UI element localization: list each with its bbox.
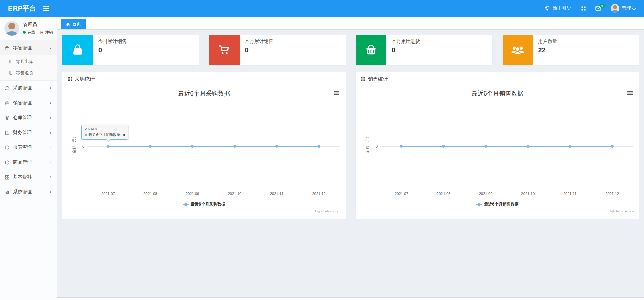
- chevron-left-icon: [49, 86, 52, 90]
- y-axis-title: 金额（元）: [72, 140, 77, 153]
- fullscreen-button[interactable]: [581, 6, 586, 11]
- pie-chart-icon: [5, 145, 10, 150]
- x-axis-label: 2021-09: [472, 192, 499, 196]
- data-point-marker[interactable]: [442, 145, 445, 148]
- x-axis-line: [380, 188, 633, 188]
- sidebar-item-sales[interactable]: 销售管理: [0, 96, 57, 110]
- sidebar-item-label: 商品管理: [13, 159, 32, 165]
- data-point-marker[interactable]: [275, 145, 278, 148]
- sidebar-item-label: 财务管理: [13, 130, 32, 136]
- cart-icon: [209, 35, 240, 65]
- sidebar-item-label: 销售管理: [13, 100, 32, 106]
- chevron-left-icon: [49, 161, 52, 164]
- logout-link[interactable]: 注销: [39, 30, 53, 35]
- messages-button[interactable]: 0: [595, 6, 601, 11]
- series-line: [401, 146, 612, 147]
- sidebar-item-retail-outbound[interactable]: 零售出库: [0, 56, 57, 67]
- stat-label: 本月累计进货: [392, 38, 420, 45]
- guide-menu-item[interactable]: 新手引导: [545, 5, 571, 11]
- data-point-marker[interactable]: [149, 145, 152, 148]
- avatar: [4, 21, 19, 36]
- chart-credits-link[interactable]: Highcharts.com.cn: [315, 210, 340, 213]
- sidebar-item-label: 零售退货: [16, 70, 33, 76]
- panel-purchase-stats: 采购统计 最近6个月采购数据金额（元）02021-072021-082021-0…: [62, 72, 346, 219]
- sidebar-item-retail[interactable]: 零售管理: [0, 40, 57, 55]
- data-point-marker[interactable]: [527, 145, 529, 148]
- journal-icon: [9, 71, 13, 75]
- y-axis-tick-label: 0: [370, 144, 378, 148]
- chevron-left-icon: [49, 190, 52, 194]
- sidebar-item-products[interactable]: 商品管理: [0, 155, 57, 170]
- chevron-left-icon: [49, 116, 52, 120]
- data-point-marker[interactable]: [569, 145, 571, 148]
- sidebar-item-retail-return[interactable]: 零售退货: [0, 67, 57, 78]
- legend-label: 最近6个月采购数据: [191, 201, 225, 207]
- sidebar-item-finance[interactable]: 财务管理: [0, 125, 57, 140]
- data-point-marker[interactable]: [107, 145, 109, 148]
- online-status-label: 在线: [27, 30, 35, 35]
- gear-icon: [5, 190, 10, 195]
- data-point-marker[interactable]: [400, 145, 403, 148]
- stat-label: 本月累计销售: [245, 38, 273, 45]
- stat-card-month-purchase[interactable]: 本月累计进货 0: [356, 35, 492, 65]
- sidebar-item-label: 系统管理: [13, 189, 32, 195]
- chevron-left-icon: [49, 146, 52, 149]
- stat-card-user-count[interactable]: 用户数量 22: [503, 35, 639, 65]
- online-status-dot: [23, 31, 26, 34]
- content-area: 首页 今日累计销售 0 本月累计销售 0: [57, 17, 644, 297]
- tooltip-value: 0: [123, 133, 125, 137]
- sign-out-icon: [39, 30, 44, 35]
- data-point-marker[interactable]: [318, 145, 320, 148]
- username-label: 管理员: [622, 5, 636, 11]
- data-point-marker[interactable]: [611, 145, 614, 148]
- tooltip-date: 2021-07: [85, 127, 125, 131]
- legend-item[interactable]: 最近6个月采购数据: [183, 201, 225, 207]
- sidebar-item-label: 报表查询: [13, 144, 32, 151]
- stat-value: 0: [245, 46, 273, 54]
- sidebar-item-warehouse[interactable]: 仓库管理: [0, 110, 57, 125]
- stat-card-month-sales[interactable]: 本月累计销售 0: [209, 35, 346, 65]
- panel-sales-stats: 销售统计 最近6个月销售数据金额（元）02021-072021-082021-0…: [356, 72, 639, 219]
- hamburger-icon: [627, 91, 633, 95]
- chart-export-menu-button[interactable]: [333, 90, 340, 96]
- sidebar-item-reports[interactable]: 报表查询: [0, 140, 57, 155]
- user-menu[interactable]: 管理员: [611, 4, 636, 13]
- sidebar-item-label: 基本资料: [13, 174, 32, 180]
- sidebar-item-purchase[interactable]: 采购管理: [0, 81, 57, 96]
- basket-icon: [356, 35, 386, 65]
- home-icon: [66, 22, 70, 26]
- users-icon: [503, 35, 533, 65]
- series-dot-icon: [85, 134, 87, 136]
- tab-home[interactable]: 首页: [61, 19, 86, 29]
- data-point-marker[interactable]: [191, 145, 194, 148]
- guide-label: 新手引导: [553, 5, 571, 11]
- mail-count-badge: 0: [600, 4, 605, 8]
- sidebar-toggle-menu-icon[interactable]: [43, 6, 49, 11]
- x-axis-label: 2021-12: [305, 192, 332, 196]
- chart-legend: 最近6个月销售数据: [356, 201, 639, 207]
- chart-title: 最近6个月销售数据: [356, 89, 639, 98]
- x-axis-label: 2021-07: [95, 192, 122, 196]
- grid-icon: [5, 175, 10, 180]
- stat-card-today-sales[interactable]: 今日累计销售 0: [62, 35, 199, 65]
- stat-value: 0: [392, 46, 420, 54]
- x-axis-label: 2021-09: [179, 192, 206, 196]
- sidebar-item-system[interactable]: 系统管理: [0, 185, 57, 199]
- sidebar-user-panel: 管理员 在线 注销: [0, 17, 57, 40]
- data-point-marker[interactable]: [484, 145, 487, 148]
- chart-legend: 最近6个月采购数据: [62, 201, 346, 207]
- shopping-bag-icon: [62, 35, 93, 65]
- sidebar-item-label: 仓库管理: [13, 115, 32, 121]
- panel-header: 销售统计: [356, 72, 639, 85]
- app-brand: ERP平台: [8, 4, 36, 13]
- sidebar-item-basic-data[interactable]: 基本资料: [0, 170, 57, 185]
- gem-icon: [545, 6, 550, 11]
- x-axis-label: 2021-07: [388, 192, 415, 196]
- sidebar: 管理员 在线 注销 零售管理: [0, 17, 57, 300]
- data-point-marker[interactable]: [233, 145, 236, 148]
- x-axis-label: 2021-10: [514, 192, 541, 196]
- chart-export-menu-button[interactable]: [626, 90, 634, 96]
- th-grid-icon: [68, 77, 72, 81]
- legend-item[interactable]: 最近6个月销售数据: [476, 201, 519, 207]
- chart-credits-link[interactable]: Highcharts.com.cn: [608, 210, 634, 213]
